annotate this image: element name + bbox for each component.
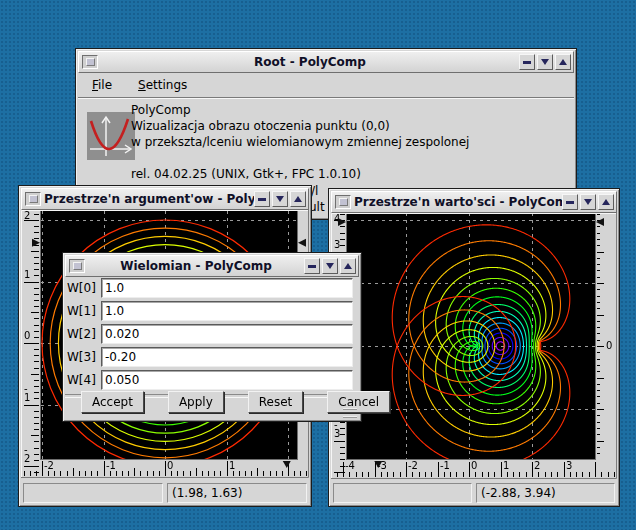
window-down-button[interactable] — [322, 258, 338, 274]
argument-window-controls — [254, 191, 306, 207]
value-statusbar: (-2.88, 3.94) — [331, 482, 617, 504]
value-titlebar[interactable]: Przestrze'n warto'sci - PolyComp — [331, 191, 617, 213]
window-menu-icon-inner — [73, 262, 82, 270]
value-window-controls — [562, 194, 614, 210]
reset-button[interactable]: Reset — [248, 391, 304, 413]
dialog-titlebar[interactable]: Wielomian - PolyComp — [65, 255, 359, 277]
resize-grip[interactable] — [343, 408, 357, 418]
window-up-button[interactable] — [598, 194, 614, 210]
about-text: PolyComp Wizualizacja obrazu otoczenia p… — [131, 102, 469, 182]
field-row-w2: W[2] — [67, 324, 353, 344]
argument-statusbar: (1.98, 1.63) — [21, 482, 309, 504]
window-menu-icon[interactable] — [25, 192, 41, 206]
minimize-button[interactable] — [562, 194, 578, 210]
triangle-up-icon — [602, 199, 610, 205]
w3-input[interactable] — [101, 347, 353, 367]
release-line: rel. 04.02.25 (UNIX, Gtk+, FPC 1.0.10) — [131, 166, 469, 182]
window-down-button[interactable] — [537, 54, 553, 70]
window-menu-icon-inner — [29, 195, 38, 203]
dialog-buttons: Accept Apply Reset Cancel — [81, 391, 351, 413]
w2-label: W[2] — [67, 327, 101, 341]
minimize-button[interactable] — [519, 54, 535, 70]
menu-settings[interactable]: Settings — [138, 78, 187, 92]
accept-button[interactable]: Accept — [81, 391, 144, 413]
app-name: PolyComp — [131, 102, 469, 118]
argument-titlebar[interactable]: Przestrze'n argument'ow - PolyComp — [21, 188, 309, 210]
desktop: Root - PolyComp File Settings PolyComp — [0, 0, 636, 530]
w4-input[interactable] — [101, 370, 353, 390]
value-window: Przestrze'n warto'sci - PolyComp (-2.88,… — [328, 188, 620, 507]
cursor-coordinates: (1.98, 1.63) — [167, 483, 307, 503]
window-up-button[interactable] — [340, 258, 356, 274]
menu-file[interactable]: File — [92, 78, 112, 92]
field-row-w1: W[1] — [67, 301, 353, 321]
window-menu-icon-inner — [86, 58, 95, 66]
apply-button[interactable]: Apply — [168, 391, 224, 413]
minus-icon — [566, 201, 574, 204]
window-menu-icon[interactable] — [335, 195, 351, 209]
root-menubar: File Settings — [78, 73, 574, 98]
root-window-title: Root - PolyComp — [101, 55, 519, 69]
minus-icon — [523, 61, 531, 64]
window-up-button[interactable] — [555, 54, 571, 70]
status-panel — [333, 483, 472, 503]
minimize-button[interactable] — [254, 191, 270, 207]
value-window-title: Przestrze'n warto'sci - PolyComp — [354, 195, 562, 209]
value-plane-canvas[interactable] — [331, 213, 617, 479]
triangle-down-icon — [326, 263, 334, 269]
w4-label: W[4] — [67, 373, 101, 387]
w3-label: W[3] — [67, 350, 101, 364]
window-down-button[interactable] — [272, 191, 288, 207]
triangle-down-icon — [276, 196, 284, 202]
minus-icon — [258, 198, 266, 201]
w1-input[interactable] — [101, 301, 353, 321]
about-line-2: w przekszta/lceniu wielomianowym zmienne… — [131, 134, 469, 150]
dialog-title: Wielomian - PolyComp — [88, 259, 304, 273]
window-up-button[interactable] — [290, 191, 306, 207]
dialog-window-controls — [304, 258, 356, 274]
status-panel — [23, 483, 163, 503]
root-titlebar[interactable]: Root - PolyComp — [78, 51, 574, 73]
w0-label: W[0] — [67, 281, 101, 295]
window-menu-icon[interactable] — [69, 259, 85, 273]
about-gap — [131, 150, 469, 166]
triangle-down-icon — [584, 199, 592, 205]
minimize-button[interactable] — [304, 258, 320, 274]
argument-window-title: Przestrze'n argument'ow - PolyComp — [44, 192, 254, 206]
w0-input[interactable] — [101, 278, 353, 298]
window-menu-icon[interactable] — [82, 55, 98, 69]
field-row-w4: W[4] — [67, 370, 353, 390]
clipped-text-fragment-1: /l — [311, 184, 318, 198]
cancel-button[interactable]: Cancel — [327, 391, 390, 413]
triangle-up-icon — [294, 196, 302, 202]
triangle-up-icon — [559, 59, 567, 65]
field-row-w0: W[0] — [67, 278, 353, 298]
cursor-coordinates: (-2.88, 3.94) — [476, 483, 615, 503]
window-menu-icon-inner — [339, 198, 348, 206]
root-window-controls — [519, 54, 571, 70]
window-down-button[interactable] — [580, 194, 596, 210]
minus-icon — [308, 265, 316, 268]
polycomp-parabola-icon — [87, 112, 135, 160]
triangle-down-icon — [541, 59, 549, 65]
wielomian-dialog: Wielomian - PolyComp W[0] W[1] W[2] W[3]… — [62, 252, 362, 422]
w1-label: W[1] — [67, 304, 101, 318]
triangle-up-icon — [344, 263, 352, 269]
field-row-w3: W[3] — [67, 347, 353, 367]
w2-input[interactable] — [101, 324, 353, 344]
about-line-1: Wizualizacja obrazu otoczenia punktu (0,… — [131, 118, 469, 134]
